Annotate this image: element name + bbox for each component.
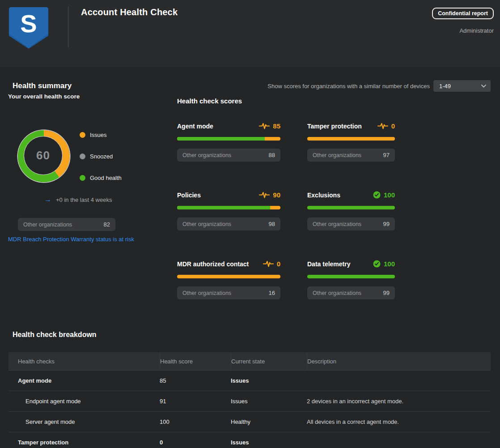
card-title: Agent mode [177,123,213,130]
filter-label: Show scores for organizations with a sim… [267,83,430,90]
row-score: 85 [160,377,231,384]
account-health-check-page: S Account Health Check Confidential repo… [0,0,500,448]
table-header-row: Health checks Health score Current state… [8,352,491,371]
trend-text: +0 in the last 4 weeks [56,196,112,203]
row-state: Issues [231,398,307,405]
card-title: Exclusions [307,192,340,199]
card-benchmark: Other organizations 99 [307,218,395,230]
health-check-breakdown-heading: Health check breakdown [13,331,97,339]
benchmark-label: Other organizations [23,222,72,228]
card-score: 0 [277,260,280,268]
card-title: Tamper protection [307,123,362,130]
row-state: Issues [231,377,307,384]
good-health-dot-icon [80,175,85,181]
card-score: 0 [391,122,395,130]
score-card-mdr-authorized-contact: MDR authorized contact 0 Other organizat… [177,260,280,299]
benchmark-value: 82 [104,221,110,228]
benchmark-label: Other organizations [182,152,231,158]
row-name: Endpoint agent mode [18,398,160,405]
benchmark-value: 99 [383,221,390,227]
score-trend: → +0 in the last 4 weeks [44,196,112,203]
overall-health-score: 60 [36,149,50,162]
benchmark-value: 16 [269,290,275,296]
score-card-exclusions: Exclusions 100 Other organizations 99 [307,191,395,230]
column-header-health-checks: Health checks [18,352,160,370]
legend-label: Good health [90,175,122,181]
user-role-label: Administrator [459,27,494,34]
check-circle-icon [373,191,381,199]
sophos-logo: S [8,6,49,49]
breakdown-table: Health checks Health score Current state… [8,352,491,448]
overall-score-subheading: Your overall health score [8,93,80,100]
benchmark-value: 97 [383,152,390,158]
table-row: Endpoint agent mode 91 Issues 2 devices … [8,391,491,412]
pulse-icon [259,191,270,199]
legend-item-good-health: Good health [80,175,122,181]
row-name: Agent mode [18,377,160,384]
mdr-warranty-warning-link[interactable]: MDR Breach Protection Warranty status is… [8,236,134,243]
legend-label: Issues [90,132,107,138]
card-benchmark: Other organizations 97 [307,149,395,162]
table-row: Server agent mode 100 Healthy All device… [8,412,491,432]
overall-health-donut-chart: 60 [18,130,70,182]
page-title: Account Health Check [81,7,178,17]
score-card-policies: Policies 90 Other organizations 98 [177,191,280,230]
row-name: Tamper protection [18,439,160,446]
score-bar [177,206,280,209]
check-circle-icon [373,260,381,268]
score-card-tamper-protection: Tamper protection 0 Other organizations … [307,122,395,162]
benchmark-label: Other organizations [182,290,231,296]
row-score: 100 [160,418,231,425]
score-bar [307,206,395,209]
score-card-data-telemetry: Data telemetry 100 Other organizations 9… [307,260,395,299]
row-state: Healthy [231,418,307,425]
table-row: Tamper protection 0 Issues [8,432,491,448]
header-divider [68,7,68,47]
device-range-filter: Show scores for organizations with a sim… [267,80,491,92]
table-row: Agent mode 85 Issues [8,371,491,391]
column-header-current-state: Current state [231,352,307,370]
score-bar [307,137,395,141]
benchmark-label: Other organizations [182,221,231,227]
card-benchmark: Other organizations 16 [177,286,280,299]
benchmark-value: 98 [269,221,275,227]
logo-letter: S [8,6,49,49]
card-score: 90 [273,191,280,199]
row-name: Server agent mode [18,418,160,425]
card-score: 100 [384,191,395,199]
benchmark-label: Other organizations [313,152,361,158]
legend-item-snoozed: Snoozed [80,153,122,159]
pulse-icon [263,260,274,268]
card-score: 100 [384,260,395,268]
legend-item-issues: Issues [80,132,122,138]
score-bar [307,275,395,278]
score-bar [177,275,280,278]
device-range-dropdown[interactable]: 1-49 [433,80,491,92]
card-benchmark: Other organizations 99 [307,286,395,299]
row-score: 91 [160,398,231,405]
card-score: 85 [273,122,280,130]
row-description: All devices in a correct agent mode. [307,418,491,425]
row-description: 2 devices in an incorrect agent mode. [307,398,491,405]
chevron-down-icon [481,85,486,88]
benchmark-value: 88 [269,152,275,158]
benchmark-label: Other organizations [313,221,361,227]
card-benchmark: Other organizations 98 [177,218,280,230]
donut-legend: Issues Snoozed Good health [80,132,122,196]
pulse-icon [259,122,270,130]
column-header-health-score: Health score [160,352,231,370]
score-bar [177,137,280,141]
snoozed-dot-icon [80,154,85,159]
benchmark-value: 99 [383,290,390,296]
summary-benchmark: Other organizations 82 [18,218,115,231]
card-title: MDR authorized contact [177,260,249,268]
row-state: Issues [231,439,307,446]
card-title: Data telemetry [307,260,351,268]
column-header-description: Description [307,352,491,370]
benchmark-label: Other organizations [313,290,361,296]
issues-dot-icon [80,132,85,138]
header [0,0,500,67]
card-title: Policies [177,192,201,199]
row-score: 0 [160,439,231,446]
legend-label: Snoozed [90,153,113,160]
